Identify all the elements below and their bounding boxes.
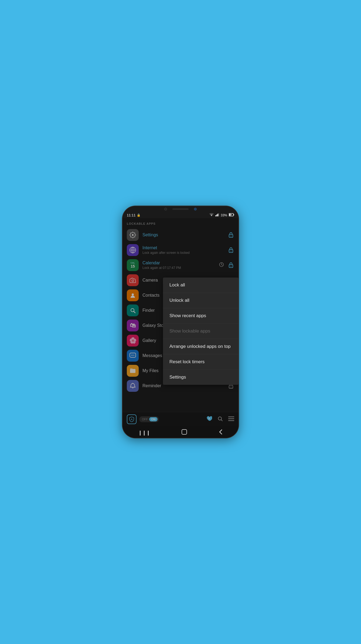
svg-rect-54	[182, 430, 187, 434]
svg-rect-5	[234, 214, 234, 216]
front-camera	[194, 208, 197, 210]
dropdown-item[interactable]: Lock all	[163, 278, 239, 293]
status-bar: 11:11 🔒 33%	[122, 211, 239, 218]
home-button[interactable]	[181, 429, 187, 436]
svg-rect-6	[229, 214, 231, 216]
svg-rect-3	[219, 213, 219, 216]
lock-status-icon: 🔒	[137, 213, 141, 217]
wifi-icon	[209, 213, 214, 217]
signal-icon	[215, 213, 219, 217]
camera-dot	[164, 208, 167, 210]
phone-frame: 11:11 🔒 33%	[122, 206, 239, 438]
recents-button[interactable]: ❙❙❙	[138, 430, 150, 436]
system-nav: ❙❙❙	[122, 426, 239, 438]
svg-rect-2	[217, 214, 218, 216]
status-bar-right: 33%	[209, 213, 234, 217]
svg-rect-1	[216, 214, 217, 216]
dropdown-item[interactable]: Settings	[163, 370, 239, 385]
battery-text: 33%	[221, 213, 227, 217]
time-text: 11:11	[127, 213, 136, 217]
dropdown-item[interactable]: Unlock all	[163, 293, 239, 308]
dropdown-menu: Lock allUnlock allShow recent appsShow l…	[163, 278, 239, 385]
speaker	[172, 208, 189, 210]
status-bar-left: 11:11 🔒	[127, 213, 141, 217]
back-button[interactable]	[219, 429, 223, 436]
dropdown-item[interactable]: Arrange unlocked apps on top	[163, 339, 239, 354]
dropdown-item[interactable]: Reset lock timers	[163, 354, 239, 370]
svg-rect-0	[215, 215, 216, 216]
notch	[122, 206, 239, 211]
battery-icon	[229, 213, 234, 217]
dropdown-item: Show lockable apps	[163, 324, 239, 339]
screen: LOCKABLE APPS Settings InternetLock agai…	[122, 218, 239, 426]
dropdown-item[interactable]: Show recent apps	[163, 308, 239, 324]
